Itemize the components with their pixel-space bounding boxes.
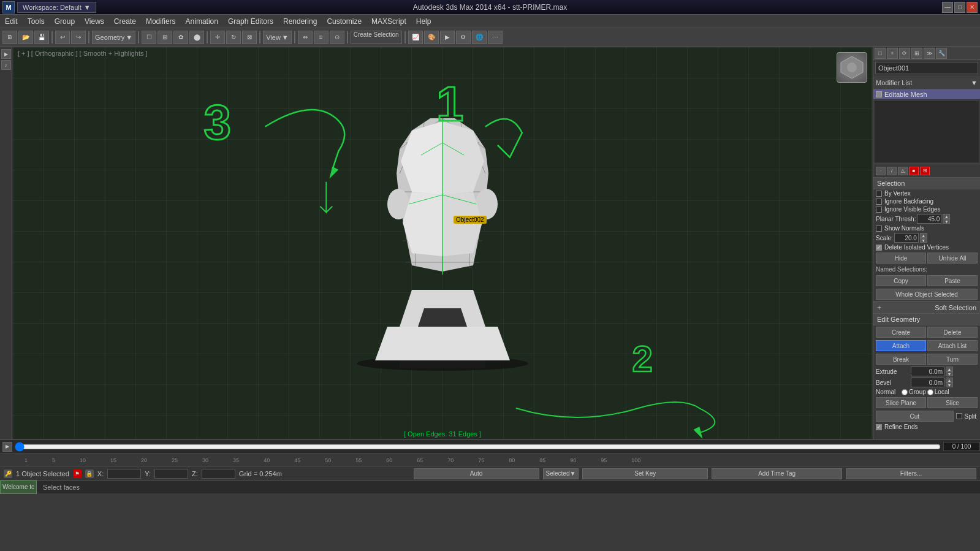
welcome-tab[interactable]: Welcome tc (0, 481, 37, 494)
refine-ends-checkbox[interactable]: ✓ (876, 424, 882, 430)
view-dropdown[interactable]: View ▼ (263, 31, 292, 44)
close-button[interactable]: ✕ (967, 2, 978, 13)
slice-plane-button[interactable]: Slice Plane (876, 397, 926, 408)
toolbar-lasso[interactable]: ✿ (173, 31, 188, 44)
y-coord[interactable] (154, 469, 188, 479)
editable-mesh-modifier[interactable]: Editable Mesh (873, 89, 980, 100)
left-sound-btn[interactable]: ♪ (1, 60, 11, 70)
menu-create[interactable]: Create (109, 16, 141, 27)
hide-button[interactable]: Hide (876, 253, 926, 264)
toolbar-render-setup[interactable]: ⚙ (456, 31, 471, 44)
toolbar-select-obj[interactable]: ☐ (142, 31, 156, 44)
toolbar-save[interactable]: 💾 (34, 31, 49, 44)
minimize-button[interactable]: — (942, 2, 953, 13)
scale-up[interactable]: ▲ (920, 233, 927, 238)
ignore-backfacing-checkbox[interactable] (876, 199, 882, 205)
group-radio[interactable] (902, 389, 908, 395)
subobj-edge-icon[interactable]: / (887, 167, 897, 175)
create-button[interactable]: Create (876, 327, 926, 338)
toolbar-align[interactable]: ≡ (314, 31, 329, 44)
toolbar-mirror[interactable]: ⇔ (298, 31, 313, 44)
show-normals-checkbox[interactable] (876, 226, 882, 232)
toolbar-select-move[interactable]: ✛ (210, 31, 225, 44)
left-play-btn[interactable]: ▶ (1, 49, 11, 59)
whole-object-selected-button[interactable]: Whole Object Selected (876, 289, 978, 300)
menu-maxscript[interactable]: MAXScript (367, 16, 411, 27)
toolbar-render[interactable]: ▶ (440, 31, 455, 44)
toolbar-scale[interactable]: ⊠ (242, 31, 257, 44)
panel-motion-btn[interactable]: ≫ (924, 48, 935, 59)
modifier-checkbox[interactable] (876, 91, 882, 97)
selection-section-header[interactable]: Selection (873, 177, 980, 189)
bevel-down[interactable]: ▼ (946, 382, 953, 387)
toolbar-spacing[interactable]: ⊙ (330, 31, 344, 44)
subobj-element-icon[interactable]: ⊞ (920, 167, 930, 175)
menu-edit[interactable]: Edit (0, 16, 23, 27)
set-key-button[interactable]: Set Key (582, 468, 708, 479)
extrude-up[interactable]: ▲ (946, 367, 953, 371)
scale-input[interactable] (894, 233, 919, 243)
toolbar-rotate[interactable]: ↻ (226, 31, 241, 44)
subobj-vertex-icon[interactable]: · (876, 167, 886, 175)
toolbar-new[interactable]: 🗎 (2, 31, 17, 44)
maximize-button[interactable]: □ (954, 2, 965, 13)
subobj-face-icon[interactable]: △ (898, 167, 908, 175)
attach-list-button[interactable]: Attach List (927, 340, 978, 351)
modifier-list-dropdown[interactable]: Modifier List ▼ (873, 76, 980, 89)
filters-button[interactable]: Filters... (846, 468, 976, 479)
menu-graph-editors[interactable]: Graph Editors (223, 16, 278, 27)
menu-animation[interactable]: Animation (181, 16, 223, 27)
menu-group[interactable]: Group (50, 16, 80, 27)
panel-hierarchy-btn[interactable]: ⊞ (911, 48, 922, 59)
object-name-input[interactable] (875, 62, 978, 74)
panel-utility-btn[interactable]: 🔧 (936, 48, 947, 59)
toolbar-undo[interactable]: ↩ (55, 31, 70, 44)
create-selection-btn[interactable]: Create Selection (351, 31, 402, 44)
panel-display-btn[interactable]: □ (875, 48, 886, 59)
attach-button[interactable]: Attach (876, 340, 926, 351)
menu-tools[interactable]: Tools (23, 16, 50, 27)
menu-modifiers[interactable]: Modifiers (141, 16, 181, 27)
nav-cube[interactable] (837, 52, 867, 83)
delete-button[interactable]: Delete (927, 327, 978, 338)
menu-customize[interactable]: Customize (322, 16, 367, 27)
selected-dropdown[interactable]: Selected ▼ (543, 468, 579, 479)
unhide-all-button[interactable]: Unhide All (927, 253, 978, 264)
edit-geometry-header[interactable]: Edit Geometry (873, 313, 980, 325)
cut-button[interactable]: Cut (876, 411, 954, 422)
add-time-tag-button[interactable]: Add Time Tag (712, 468, 842, 479)
toolbar-paint-sel[interactable]: ⬤ (189, 31, 204, 44)
planar-thresh-input[interactable] (917, 214, 941, 224)
menu-rendering[interactable]: Rendering (278, 16, 322, 27)
subobj-polygon-icon[interactable]: ■ (909, 167, 919, 175)
auto-button[interactable]: Auto (414, 468, 539, 479)
by-vertex-checkbox[interactable] (876, 191, 882, 197)
paste-button[interactable]: Paste (927, 275, 978, 286)
scale-down[interactable]: ▼ (920, 238, 927, 243)
timeline-slider[interactable] (15, 443, 941, 451)
toolbar-env[interactable]: 🌐 (472, 31, 487, 44)
copy-button[interactable]: Copy (876, 275, 926, 286)
toolbar-redo[interactable]: ↪ (71, 31, 86, 44)
viewport[interactable]: [ + ] [ Orthographic ] [ Smooth + Highli… (12, 47, 873, 439)
break-button[interactable]: Break (876, 354, 926, 365)
x-coord[interactable] (107, 469, 141, 479)
local-radio[interactable] (927, 389, 933, 395)
turn-button[interactable]: Turn (927, 354, 978, 365)
panel-create-btn[interactable]: + (887, 48, 898, 59)
geometry-dropdown[interactable]: Geometry ▼ (92, 31, 135, 44)
toolbar-curve-editor[interactable]: 📈 (408, 31, 423, 44)
bevel-input[interactable] (911, 378, 944, 387)
toolbar-more[interactable]: ⋯ (488, 31, 503, 44)
slice-button[interactable]: Slice (927, 397, 978, 408)
workspace-dropdown[interactable]: Workspace: Default ▼ (17, 2, 96, 13)
menu-views[interactable]: Views (80, 16, 109, 27)
menu-help[interactable]: Help (411, 16, 436, 27)
delete-isolated-checkbox[interactable]: ✓ (876, 245, 882, 251)
toolbar-material[interactable]: 🎨 (424, 31, 439, 44)
z-coord[interactable] (202, 469, 235, 479)
soft-selection-header[interactable]: + Soft Selection (873, 301, 980, 313)
anim-mini-btn[interactable]: ▶ (2, 442, 12, 452)
split-checkbox[interactable] (956, 413, 962, 419)
extrude-down[interactable]: ▼ (946, 371, 953, 376)
